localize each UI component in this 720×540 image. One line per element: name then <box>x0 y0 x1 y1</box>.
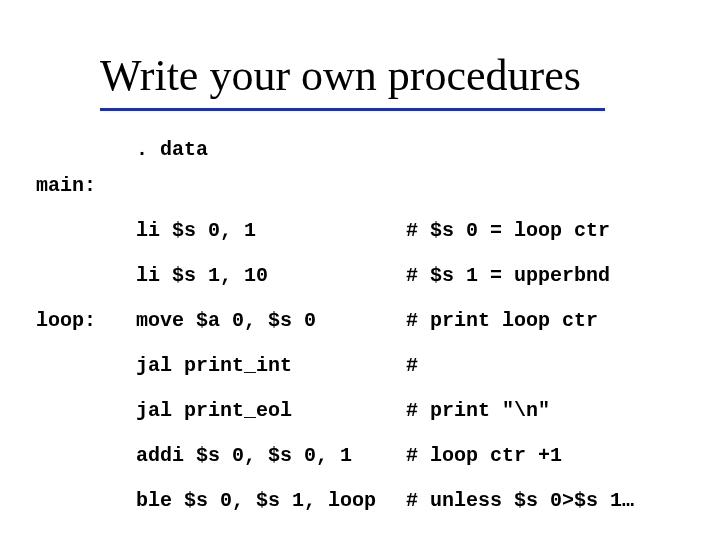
code-row: main: <box>36 176 634 221</box>
code-comment: # $s 1 = upperbnd <box>406 266 610 286</box>
slide-title: Write your own procedures <box>100 50 581 101</box>
code-row: loop: move $a 0, $s 0 # print loop ctr <box>36 311 634 356</box>
code-instr: ble $s 0, $s 1, loop <box>136 491 406 511</box>
code-row: jal print_int # <box>36 356 634 401</box>
code-block: . data main: li $s 0, 1 # $s 0 = loop ct… <box>36 140 634 536</box>
code-instr: . data <box>136 140 406 160</box>
slide: Write your own procedures . data main: l… <box>0 0 720 540</box>
code-comment: # $s 0 = loop ctr <box>406 221 610 241</box>
code-instr: move $a 0, $s 0 <box>136 311 406 331</box>
code-row: addi $s 0, $s 0, 1 # loop ctr +1 <box>36 446 634 491</box>
code-comment: # loop ctr +1 <box>406 446 562 466</box>
code-instr: li $s 0, 1 <box>136 221 406 241</box>
code-instr: jal print_int <box>136 356 406 376</box>
code-comment: # unless $s 0>$s 1… <box>406 491 634 511</box>
code-comment: # print loop ctr <box>406 311 598 331</box>
code-row: jal print_eol # print "\n" <box>36 401 634 446</box>
code-comment: # <box>406 356 418 376</box>
code-row: li $s 1, 10 # $s 1 = upperbnd <box>36 266 634 311</box>
code-instr: jal print_eol <box>136 401 406 421</box>
code-row: . data <box>36 140 634 176</box>
code-row: li $s 0, 1 # $s 0 = loop ctr <box>36 221 634 266</box>
code-row: ble $s 0, $s 1, loop # unless $s 0>$s 1… <box>36 491 634 536</box>
code-label: loop: <box>36 311 136 331</box>
code-label: main: <box>36 176 136 196</box>
code-instr: li $s 1, 10 <box>136 266 406 286</box>
code-comment: # print "\n" <box>406 401 550 421</box>
code-instr: addi $s 0, $s 0, 1 <box>136 446 406 466</box>
title-underline <box>100 108 605 111</box>
